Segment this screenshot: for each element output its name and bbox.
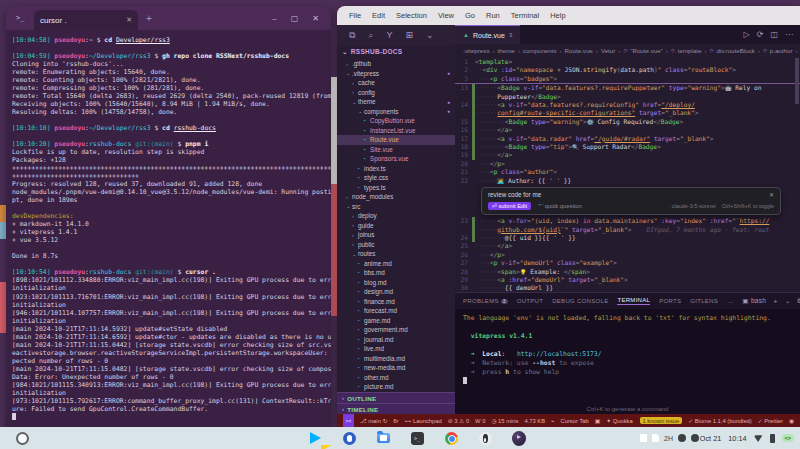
tree-item-theme[interactable]: ⌄theme● bbox=[337, 97, 455, 107]
status-item[interactable]: ⌁⌁ Launchpad bbox=[404, 418, 441, 424]
tree-item-guide[interactable]: ›guide bbox=[337, 221, 455, 231]
editor-scrollbar[interactable] bbox=[795, 58, 799, 104]
onepassword-icon[interactable] bbox=[342, 431, 356, 445]
breadcrumb-item[interactable]: components bbox=[523, 47, 557, 54]
panel-tab-terminal[interactable]: TERMINAL bbox=[617, 297, 650, 305]
extensions-icon[interactable]: ⊞ bbox=[406, 30, 414, 40]
panel-tab-problems[interactable]: PROBLEMS3 bbox=[463, 298, 508, 304]
new-tab-button[interactable]: + bbox=[146, 13, 152, 24]
tree-item-node_modules[interactable]: ›node_modules bbox=[337, 192, 455, 202]
tree-item-src[interactable]: ⌄src bbox=[337, 202, 455, 212]
terminal-tab[interactable]: cursor . ✕ bbox=[34, 10, 138, 30]
more-actions-icon[interactable]: ⋯ bbox=[785, 30, 793, 39]
play-store-icon[interactable] bbox=[308, 431, 322, 445]
system-tray[interactable]: Oct 21 10:14 <> bbox=[700, 434, 794, 443]
menu-item-selection[interactable]: Selection bbox=[396, 11, 427, 20]
inline-chat-input[interactable]: review code for me bbox=[488, 191, 541, 198]
status-item[interactable]: ✦ Quokka bbox=[606, 418, 632, 424]
menu-item-file[interactable]: File bbox=[349, 11, 361, 20]
status-item[interactable]: ◷ 15 mins bbox=[491, 418, 518, 424]
submit-edit-button[interactable]: ⏎ submit Edit bbox=[488, 202, 531, 210]
panel-tab-debug-console[interactable]: DEBUG CONSOLE bbox=[552, 298, 608, 304]
terminal-output[interactable]: [10:04:58] pseudoyu:~ $ cd Developer/rss… bbox=[6, 30, 331, 427]
outline-section[interactable]: › OUTLINE bbox=[337, 392, 455, 403]
menu-item-terminal[interactable]: Terminal bbox=[511, 11, 539, 20]
tree-item-live.md[interactable]: ▪live.md bbox=[337, 344, 455, 354]
terminal-dropdown-icon[interactable]: ⌄ bbox=[785, 297, 791, 305]
tree-item-new-media.md[interactable]: ▪new-media.md bbox=[337, 363, 455, 373]
tree-item-public[interactable]: ›public bbox=[337, 240, 455, 250]
tree-item-instancelist.vue[interactable]: ▪InstanceList.vue bbox=[337, 126, 455, 136]
tree-item-joinus[interactable]: ›joinus bbox=[337, 230, 455, 240]
status-item[interactable]: ◉ bbox=[789, 418, 794, 424]
status-item[interactable]: 4.73 KB bbox=[524, 418, 545, 424]
tree-item-site.vue[interactable]: ▪Site.vue bbox=[337, 145, 455, 155]
status-icon[interactable] bbox=[691, 434, 699, 442]
tree-item-route.vue[interactable]: ▪Route.vue bbox=[337, 135, 455, 145]
menu-item-help[interactable]: Help bbox=[550, 11, 565, 20]
tree-item-blog.md[interactable]: ▪blog.md bbox=[337, 278, 455, 288]
remote-indicator[interactable]: >< bbox=[343, 414, 354, 427]
split-editor-icon[interactable]: ◫ bbox=[770, 30, 778, 39]
timeline-section[interactable]: › TIMELINE bbox=[337, 403, 455, 414]
chrome-icon[interactable] bbox=[444, 431, 458, 445]
tree-item-anime.md[interactable]: ▪anime.md bbox=[337, 259, 455, 269]
launcher-button[interactable] bbox=[16, 432, 29, 445]
breadcrumb[interactable]: .vitepress›theme›components›Route.vue›Ve… bbox=[455, 44, 800, 56]
minimize-button[interactable]: – bbox=[272, 14, 276, 23]
panel-tab-gitlens[interactable]: GITLENS bbox=[690, 298, 718, 304]
terminal-titlebar[interactable]: >_ cursor . ✕ + –▢✕ bbox=[6, 6, 331, 30]
source-control-icon[interactable]: Y bbox=[386, 30, 392, 40]
tab-route-vue[interactable]: ▲ Route.vue 3 bbox=[455, 25, 520, 44]
breadcrumb-item[interactable]: Route.vue bbox=[565, 47, 593, 54]
close-button[interactable]: ✕ bbox=[312, 14, 319, 23]
notification-count[interactable]: 2H bbox=[664, 435, 673, 442]
tree-item-bbs.md[interactable]: ▪bbs.md bbox=[337, 268, 455, 278]
tree-item-.vitepress[interactable]: ⌄.vitepress● bbox=[337, 69, 455, 79]
menu-item-run[interactable]: Run bbox=[486, 11, 500, 20]
panel-tab-⋯[interactable]: ⋯ bbox=[727, 298, 733, 305]
status-item[interactable]: ✓ Prettier bbox=[758, 418, 783, 424]
tab-close-icon[interactable]: ✕ bbox=[126, 16, 132, 24]
code-viewport[interactable]: 1<template>2··<div :id="namespace + JSON… bbox=[455, 56, 800, 292]
tree-item-other.md[interactable]: ▪other.md bbox=[337, 373, 455, 383]
terminal-shell-label[interactable]: ▣ bash bbox=[742, 297, 766, 305]
tree-item-style.css[interactable]: ▪style.css bbox=[337, 173, 455, 183]
tree-item-picture.md[interactable]: ▪picture.md bbox=[337, 382, 455, 392]
tree-item-index.ts[interactable]: ▪index.ts bbox=[337, 164, 455, 174]
tree-item-components[interactable]: ⌄components● bbox=[337, 107, 455, 117]
status-item[interactable]: ▣ bbox=[595, 418, 600, 424]
refresh-icon[interactable]: ⟳ bbox=[757, 30, 764, 39]
linux-penguin-icon[interactable] bbox=[478, 431, 492, 445]
maximize-button[interactable]: ▢ bbox=[291, 14, 299, 23]
panel-tab-output[interactable]: OUTPUT bbox=[517, 298, 543, 304]
files-icon[interactable] bbox=[376, 431, 390, 445]
status-item[interactable]: ✓ Biome 1.1.4 (bundled) bbox=[688, 418, 752, 424]
breadcrumb-item[interactable]: template bbox=[678, 47, 702, 54]
explorer-header[interactable]: ⌄ RSSHUB-DOCS bbox=[337, 45, 455, 58]
status-item[interactable]: W 0 bbox=[475, 418, 485, 424]
status-item[interactable]: Cursor Tab bbox=[561, 418, 589, 424]
menu-item-view[interactable]: View bbox=[438, 11, 454, 20]
cursor-app-icon[interactable] bbox=[512, 431, 526, 445]
breadcrumb-item[interactable]: div.routeBlock bbox=[716, 47, 754, 54]
tree-item-journal.md[interactable]: ▪journal.md bbox=[337, 335, 455, 345]
tree-item-design.md[interactable]: ▪design.md bbox=[337, 287, 455, 297]
inline-chat-widget[interactable]: review code for me✕⏎ submit Edit⌃' quick… bbox=[481, 187, 781, 215]
status-item[interactable]: 8r bbox=[393, 418, 398, 424]
terminal-app-icon[interactable]: >_ bbox=[410, 431, 424, 445]
notification-icon[interactable] bbox=[652, 434, 659, 442]
tree-item-finance.md[interactable]: ▪finance.md bbox=[337, 297, 455, 307]
menu-item-go[interactable]: Go bbox=[465, 11, 475, 20]
status-item[interactable]: ⎇ main ↻ bbox=[360, 418, 387, 424]
new-terminal-icon[interactable]: ＋ bbox=[772, 297, 779, 306]
tree-item-multimedia.md[interactable]: ▪multimedia.md bbox=[337, 354, 455, 364]
model-label[interactable]: · claude-3.5-sonnet bbox=[668, 203, 715, 209]
tree-item-copybutton.vue[interactable]: ▪CopyButton.vue bbox=[337, 116, 455, 126]
tree-item-deploy[interactable]: ›deploy bbox=[337, 211, 455, 221]
breadcrumb-item[interactable]: "Route.vue" bbox=[630, 47, 663, 54]
panel-tab-ports[interactable]: PORTS bbox=[659, 298, 681, 304]
integrated-terminal[interactable]: The language 'env' is not loaded, fallin… bbox=[455, 309, 800, 414]
explorer-icon[interactable]: ⧉ bbox=[349, 30, 355, 41]
close-icon[interactable]: ✕ bbox=[769, 191, 774, 198]
